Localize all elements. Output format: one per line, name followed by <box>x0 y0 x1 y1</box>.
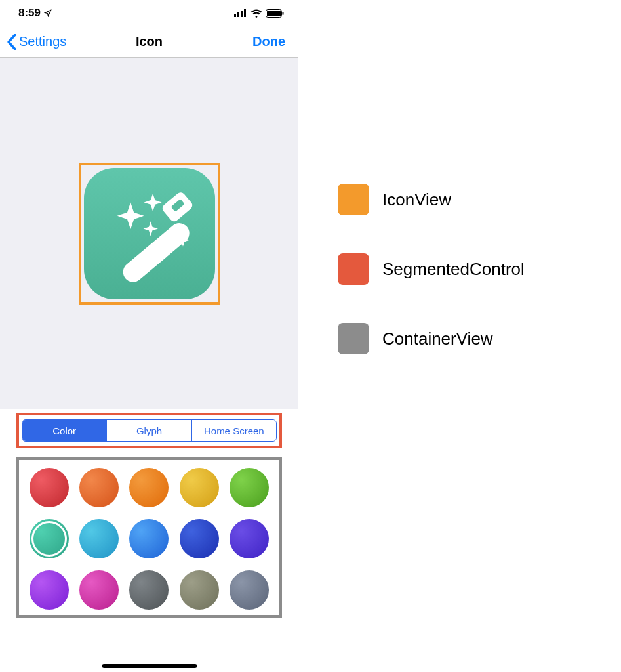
color-swatch[interactable] <box>129 519 169 558</box>
back-button[interactable]: Settings <box>7 34 136 50</box>
color-swatch[interactable] <box>79 570 119 610</box>
segment-color[interactable]: Color <box>22 420 106 441</box>
legend-label: SegmentedControl <box>382 259 525 280</box>
color-swatch[interactable] <box>180 468 219 507</box>
magic-wand-icon <box>94 178 205 289</box>
color-swatch[interactable] <box>79 519 119 558</box>
legend-swatch <box>338 184 369 215</box>
color-swatch[interactable] <box>230 468 269 507</box>
color-swatch[interactable] <box>30 519 69 558</box>
annotation-legend: IconView SegmentedControl ContainerView <box>298 0 621 672</box>
nav-bar: Settings Icon Done <box>0 26 298 58</box>
legend-label: ContainerView <box>382 329 493 349</box>
phone-frame: 8:59 Settings Icon Done <box>0 0 298 672</box>
legend-swatch <box>338 253 369 285</box>
containerview-annotation-box <box>16 457 282 618</box>
legend-swatch <box>338 323 369 354</box>
svg-rect-3 <box>244 9 246 17</box>
home-indicator[interactable] <box>102 664 197 668</box>
color-swatch[interactable] <box>129 468 169 507</box>
app-icon-preview <box>84 168 215 299</box>
color-swatch[interactable] <box>30 570 69 610</box>
color-swatch[interactable] <box>79 468 119 507</box>
chevron-left-icon <box>7 34 17 50</box>
location-icon <box>44 9 52 17</box>
segment-glyph[interactable]: Glyph <box>106 420 191 441</box>
svg-rect-2 <box>241 11 243 18</box>
color-swatch[interactable] <box>30 468 69 507</box>
color-swatch[interactable] <box>180 570 219 610</box>
cellular-icon <box>234 9 247 17</box>
legend-item-containerview: ContainerView <box>338 323 621 354</box>
segmentedcontrol-annotation-box: Color Glyph Home Screen <box>16 413 282 448</box>
battery-icon <box>266 9 284 18</box>
color-grid <box>24 468 274 610</box>
status-time: 8:59 <box>18 7 41 20</box>
icon-preview-area <box>0 58 298 409</box>
wifi-icon <box>250 9 262 18</box>
done-button[interactable]: Done <box>163 34 292 49</box>
color-swatch[interactable] <box>129 570 169 610</box>
color-swatch[interactable] <box>230 519 269 558</box>
svg-rect-0 <box>234 14 236 17</box>
legend-item-iconview: IconView <box>338 184 621 215</box>
iconview-annotation-box <box>79 163 220 304</box>
legend-label: IconView <box>382 190 451 210</box>
back-label: Settings <box>19 34 66 49</box>
segment-home-screen[interactable]: Home Screen <box>191 420 276 441</box>
color-swatch[interactable] <box>180 519 219 558</box>
legend-item-segmentedcontrol: SegmentedControl <box>338 253 621 285</box>
svg-rect-1 <box>237 12 239 17</box>
status-bar: 8:59 <box>0 0 298 26</box>
color-swatch[interactable] <box>230 570 269 610</box>
segmented-control[interactable]: Color Glyph Home Screen <box>22 419 277 442</box>
svg-rect-5 <box>267 10 281 16</box>
svg-rect-6 <box>283 12 284 15</box>
page-title: Icon <box>136 34 163 49</box>
